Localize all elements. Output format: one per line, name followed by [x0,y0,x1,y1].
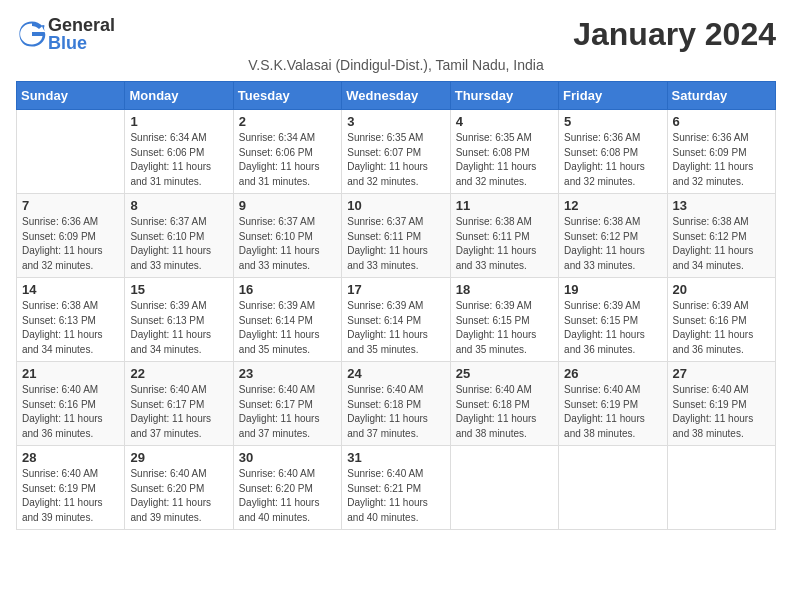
calendar-cell: 18Sunrise: 6:39 AM Sunset: 6:15 PM Dayli… [450,278,558,362]
day-info: Sunrise: 6:39 AM Sunset: 6:14 PM Dayligh… [239,299,336,357]
calendar-cell: 2Sunrise: 6:34 AM Sunset: 6:06 PM Daylig… [233,110,341,194]
day-number: 31 [347,450,444,465]
calendar-cell: 20Sunrise: 6:39 AM Sunset: 6:16 PM Dayli… [667,278,775,362]
day-number: 24 [347,366,444,381]
week-row-2: 7Sunrise: 6:36 AM Sunset: 6:09 PM Daylig… [17,194,776,278]
day-info: Sunrise: 6:36 AM Sunset: 6:09 PM Dayligh… [22,215,119,273]
day-info: Sunrise: 6:40 AM Sunset: 6:17 PM Dayligh… [239,383,336,441]
calendar-cell: 21Sunrise: 6:40 AM Sunset: 6:16 PM Dayli… [17,362,125,446]
day-info: Sunrise: 6:38 AM Sunset: 6:13 PM Dayligh… [22,299,119,357]
calendar-cell: 24Sunrise: 6:40 AM Sunset: 6:18 PM Dayli… [342,362,450,446]
day-number: 3 [347,114,444,129]
calendar-cell: 17Sunrise: 6:39 AM Sunset: 6:14 PM Dayli… [342,278,450,362]
day-info: Sunrise: 6:37 AM Sunset: 6:10 PM Dayligh… [130,215,227,273]
day-number: 1 [130,114,227,129]
day-info: Sunrise: 6:35 AM Sunset: 6:08 PM Dayligh… [456,131,553,189]
calendar-cell: 15Sunrise: 6:39 AM Sunset: 6:13 PM Dayli… [125,278,233,362]
calendar-cell: 27Sunrise: 6:40 AM Sunset: 6:19 PM Dayli… [667,362,775,446]
logo-general: General [48,16,115,34]
calendar-cell: 29Sunrise: 6:40 AM Sunset: 6:20 PM Dayli… [125,446,233,530]
day-info: Sunrise: 6:40 AM Sunset: 6:16 PM Dayligh… [22,383,119,441]
calendar-cell: 16Sunrise: 6:39 AM Sunset: 6:14 PM Dayli… [233,278,341,362]
calendar-cell: 13Sunrise: 6:38 AM Sunset: 6:12 PM Dayli… [667,194,775,278]
calendar-cell [667,446,775,530]
subtitle: V.S.K.Valasai (Dindigul-Dist.), Tamil Na… [16,57,776,73]
day-number: 8 [130,198,227,213]
day-number: 14 [22,282,119,297]
day-number: 6 [673,114,770,129]
day-number: 11 [456,198,553,213]
day-info: Sunrise: 6:39 AM Sunset: 6:13 PM Dayligh… [130,299,227,357]
day-number: 15 [130,282,227,297]
day-info: Sunrise: 6:39 AM Sunset: 6:16 PM Dayligh… [673,299,770,357]
calendar-cell: 26Sunrise: 6:40 AM Sunset: 6:19 PM Dayli… [559,362,667,446]
calendar-cell: 1Sunrise: 6:34 AM Sunset: 6:06 PM Daylig… [125,110,233,194]
day-number: 21 [22,366,119,381]
calendar-cell: 31Sunrise: 6:40 AM Sunset: 6:21 PM Dayli… [342,446,450,530]
day-number: 19 [564,282,661,297]
day-info: Sunrise: 6:35 AM Sunset: 6:07 PM Dayligh… [347,131,444,189]
calendar-cell: 8Sunrise: 6:37 AM Sunset: 6:10 PM Daylig… [125,194,233,278]
calendar-cell: 12Sunrise: 6:38 AM Sunset: 6:12 PM Dayli… [559,194,667,278]
day-info: Sunrise: 6:34 AM Sunset: 6:06 PM Dayligh… [130,131,227,189]
day-number: 4 [456,114,553,129]
calendar-cell [559,446,667,530]
week-row-1: 1Sunrise: 6:34 AM Sunset: 6:06 PM Daylig… [17,110,776,194]
day-info: Sunrise: 6:39 AM Sunset: 6:14 PM Dayligh… [347,299,444,357]
week-row-3: 14Sunrise: 6:38 AM Sunset: 6:13 PM Dayli… [17,278,776,362]
day-number: 30 [239,450,336,465]
calendar-cell: 22Sunrise: 6:40 AM Sunset: 6:17 PM Dayli… [125,362,233,446]
day-info: Sunrise: 6:40 AM Sunset: 6:20 PM Dayligh… [130,467,227,525]
logo-text: General Blue [48,16,115,52]
header-row: SundayMondayTuesdayWednesdayThursdayFrid… [17,82,776,110]
day-info: Sunrise: 6:40 AM Sunset: 6:21 PM Dayligh… [347,467,444,525]
day-info: Sunrise: 6:38 AM Sunset: 6:11 PM Dayligh… [456,215,553,273]
header-cell-sunday: Sunday [17,82,125,110]
logo: General Blue [16,16,115,52]
day-info: Sunrise: 6:39 AM Sunset: 6:15 PM Dayligh… [564,299,661,357]
day-info: Sunrise: 6:40 AM Sunset: 6:19 PM Dayligh… [564,383,661,441]
logo-icon [18,20,46,48]
logo-blue: Blue [48,34,115,52]
day-number: 29 [130,450,227,465]
day-info: Sunrise: 6:36 AM Sunset: 6:09 PM Dayligh… [673,131,770,189]
calendar-cell [17,110,125,194]
calendar-cell: 19Sunrise: 6:39 AM Sunset: 6:15 PM Dayli… [559,278,667,362]
day-info: Sunrise: 6:37 AM Sunset: 6:10 PM Dayligh… [239,215,336,273]
day-info: Sunrise: 6:39 AM Sunset: 6:15 PM Dayligh… [456,299,553,357]
day-number: 18 [456,282,553,297]
header-cell-tuesday: Tuesday [233,82,341,110]
calendar-cell: 28Sunrise: 6:40 AM Sunset: 6:19 PM Dayli… [17,446,125,530]
day-number: 12 [564,198,661,213]
day-number: 22 [130,366,227,381]
day-number: 26 [564,366,661,381]
calendar-cell: 3Sunrise: 6:35 AM Sunset: 6:07 PM Daylig… [342,110,450,194]
day-number: 7 [22,198,119,213]
calendar-cell: 25Sunrise: 6:40 AM Sunset: 6:18 PM Dayli… [450,362,558,446]
header-cell-thursday: Thursday [450,82,558,110]
calendar-cell: 7Sunrise: 6:36 AM Sunset: 6:09 PM Daylig… [17,194,125,278]
calendar-cell [450,446,558,530]
header-cell-saturday: Saturday [667,82,775,110]
calendar-cell: 4Sunrise: 6:35 AM Sunset: 6:08 PM Daylig… [450,110,558,194]
day-number: 16 [239,282,336,297]
calendar-cell: 10Sunrise: 6:37 AM Sunset: 6:11 PM Dayli… [342,194,450,278]
day-number: 27 [673,366,770,381]
day-number: 20 [673,282,770,297]
day-info: Sunrise: 6:36 AM Sunset: 6:08 PM Dayligh… [564,131,661,189]
month-title: January 2024 [573,16,776,53]
day-number: 25 [456,366,553,381]
day-number: 10 [347,198,444,213]
day-info: Sunrise: 6:40 AM Sunset: 6:19 PM Dayligh… [22,467,119,525]
header-cell-monday: Monday [125,82,233,110]
day-info: Sunrise: 6:40 AM Sunset: 6:20 PM Dayligh… [239,467,336,525]
day-info: Sunrise: 6:40 AM Sunset: 6:18 PM Dayligh… [456,383,553,441]
header: General Blue January 2024 [16,16,776,53]
page-container: General Blue January 2024 V.S.K.Valasai … [16,16,776,530]
day-number: 23 [239,366,336,381]
calendar-cell: 14Sunrise: 6:38 AM Sunset: 6:13 PM Dayli… [17,278,125,362]
calendar-cell: 11Sunrise: 6:38 AM Sunset: 6:11 PM Dayli… [450,194,558,278]
header-cell-wednesday: Wednesday [342,82,450,110]
calendar-table: SundayMondayTuesdayWednesdayThursdayFrid… [16,81,776,530]
calendar-cell: 9Sunrise: 6:37 AM Sunset: 6:10 PM Daylig… [233,194,341,278]
